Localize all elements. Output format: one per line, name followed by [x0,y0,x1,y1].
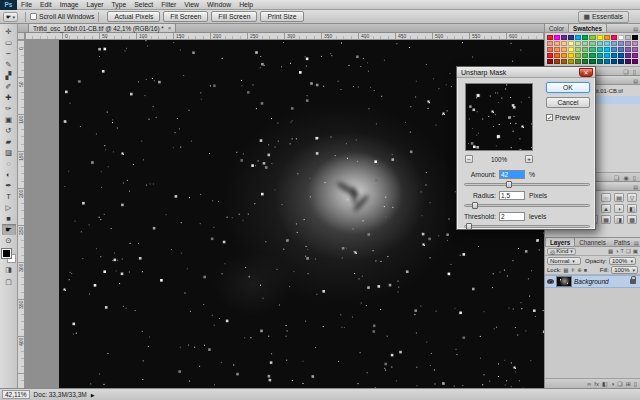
color-swatch[interactable] [597,53,603,58]
lasso-tool[interactable]: ∽ [2,48,16,59]
close-tab-icon[interactable]: × [168,25,172,31]
color-swatch[interactable] [618,35,624,40]
gradient-tool[interactable]: ▨ [2,147,16,158]
levels-icon[interactable]: ▤ [614,193,624,202]
shape-tool[interactable]: ■ [2,213,16,224]
print-size-button[interactable]: Print Size [260,11,303,22]
lock-all-icon[interactable]: ■ [584,267,587,273]
tab-color[interactable]: Color [545,24,568,32]
color-swatch[interactable] [561,59,567,64]
color-swatch[interactable] [625,47,631,52]
opacity-select[interactable]: 100% ▾ [609,257,636,265]
dodge-tool[interactable]: ◐ [2,169,16,180]
hand-tool[interactable]: ☛ [2,224,16,235]
tab-paths[interactable]: Paths [610,238,634,246]
workspace-switcher[interactable]: ▦ Essentials [578,11,629,23]
brush-tool[interactable]: ✑ [2,103,16,114]
color-swatch[interactable] [611,47,617,52]
layer-filter-dropdown[interactable]: ◎ Kind ▾ [547,248,576,255]
healing-brush-tool[interactable]: ✚ [2,92,16,103]
zoom-in-button[interactable]: + [525,155,533,163]
layer-thumbnail[interactable] [556,276,572,287]
posterize-icon[interactable]: ▩ [627,215,637,224]
radius-input[interactable]: 1,5 [499,191,525,200]
menu-filter[interactable]: Filter [157,1,180,8]
actual-pixels-button[interactable]: Actual Pixels [107,11,160,22]
color-swatch[interactable] [611,53,617,58]
color-swatch[interactable] [547,41,553,46]
crop-tool[interactable]: ▞ [2,70,16,81]
document-tab[interactable]: Trifid_osc_16bit.01-CB.tif @ 42,1% (RGB/… [28,23,176,32]
color-swatch[interactable] [547,47,553,52]
zoom-level-field[interactable]: 42,11% [2,390,30,399]
color-swatch[interactable] [575,35,581,40]
foreground-color-swatch[interactable] [2,249,11,258]
filter-pixel-icon[interactable]: ▦ [608,248,613,254]
color-swatch[interactable] [589,41,595,46]
dialog-title-bar[interactable]: Unsharp Mask [457,67,595,78]
tab-channels[interactable]: Channels [575,238,610,246]
color-swatch[interactable] [618,59,624,64]
color-swatch[interactable] [589,47,595,52]
vibrance-icon[interactable]: ▲ [601,204,611,213]
black-white-icon[interactable]: ◧ [627,204,637,213]
filter-type-icon[interactable]: T [620,248,623,254]
color-swatch[interactable] [561,35,567,40]
color-swatch[interactable] [618,53,624,58]
panel-menu-icon[interactable]: ▤ [633,78,640,84]
layer-effects-icon[interactable]: fx [594,381,599,387]
menu-window[interactable]: Window [203,1,235,8]
color-swatch[interactable] [568,59,574,64]
eraser-tool[interactable]: ▰ [2,136,16,147]
color-swatch[interactable] [582,53,588,58]
color-swatch[interactable] [597,59,603,64]
color-swatch[interactable] [547,53,553,58]
invert-icon[interactable]: ◨ [614,215,624,224]
delete-swatch-icon[interactable]: ▯ [633,68,636,75]
color-swatch[interactable] [618,41,624,46]
color-swatch[interactable] [604,53,610,58]
layer-row-background[interactable]: Background [545,275,640,288]
color-swatch[interactable] [604,59,610,64]
slider-track[interactable] [464,204,590,207]
new-swatch-icon[interactable]: ❏ [623,68,628,75]
color-swatch[interactable] [589,59,595,64]
layer-visibility-eye-icon[interactable] [547,279,554,284]
color-swatch[interactable] [589,53,595,58]
color-swatch[interactable] [632,47,638,52]
zoom-tool[interactable]: ⊙ [2,235,16,246]
slider-thumb[interactable] [466,223,472,230]
color-swatch[interactable] [554,35,560,40]
fill-screen-button[interactable]: Fill Screen [211,11,257,22]
color-swatch[interactable] [582,59,588,64]
color-swatch[interactable] [554,41,560,46]
color-swatch[interactable] [625,35,631,40]
color-swatch[interactable] [575,47,581,52]
color-swatch-control[interactable] [2,249,16,263]
new-snapshot-icon[interactable]: ◉ [623,174,628,181]
clone-stamp-tool[interactable]: ▣ [2,114,16,125]
screen-mode-icon[interactable]: ▢ [2,277,16,287]
color-swatch[interactable] [554,47,560,52]
slider-thumb[interactable] [506,181,512,188]
marquee-tool[interactable]: ▭ [2,37,16,48]
color-swatch[interactable] [589,35,595,40]
lock-position-icon[interactable]: ⊕ [577,267,582,273]
cancel-button[interactable]: Cancel [546,97,590,108]
color-swatch[interactable] [632,59,638,64]
lock-transparency-icon[interactable]: ▦ [563,267,568,273]
layer-mask-icon[interactable]: ◧ [602,380,608,387]
color-swatch[interactable] [568,35,574,40]
menu-help[interactable]: Help [235,1,257,8]
color-swatch[interactable] [554,59,560,64]
color-swatch[interactable] [625,41,631,46]
color-swatch[interactable] [582,47,588,52]
color-swatch[interactable] [611,41,617,46]
color-swatch[interactable] [568,47,574,52]
panel-menu-icon[interactable]: ▤ [633,26,640,32]
slider-track[interactable] [464,183,590,186]
dialog-preview-box[interactable] [465,83,533,151]
close-icon[interactable]: ✕ [579,68,593,77]
hue-saturation-icon[interactable]: ◑ [614,204,624,213]
link-layers-icon[interactable]: ∞ [587,381,591,387]
